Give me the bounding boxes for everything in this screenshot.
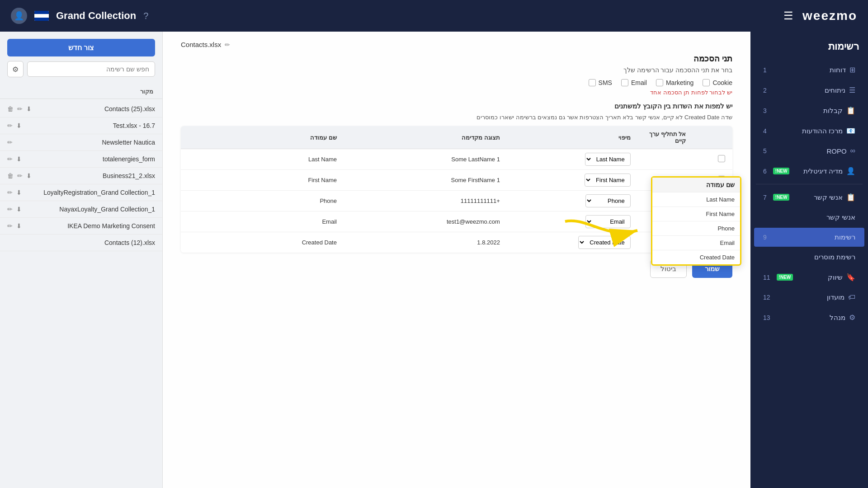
email-checkbox[interactable]	[621, 79, 628, 86]
edit-icon[interactable]: ✏	[7, 122, 13, 129]
row-checkbox[interactable]	[718, 155, 725, 162]
download-icon[interactable]: ⬇	[16, 122, 22, 129]
sidebar-item-lists[interactable]: רשימות 9	[754, 228, 864, 247]
edit-icon[interactable]: ✏	[17, 172, 23, 179]
file-name: Newsletter Nautica	[17, 139, 155, 146]
field-select[interactable]: Created Date	[578, 236, 631, 249]
preview-value: +11111111111	[344, 191, 507, 211]
sidebar-item-contacts[interactable]: אנשי קשר	[754, 208, 864, 227]
sidebar-item-removed-list[interactable]: רשימת מוסרים	[754, 248, 864, 267]
consent-warning: יש לבחור לפחות תן הסכמה אחד	[181, 89, 732, 96]
keep-existing-header: אל תחליף ערך קיים	[638, 126, 693, 149]
right-sidebar: רשימות ⊞ דוחות 1 ☰ ניתוחים 2 📋 קבלות 3 📧…	[750, 32, 868, 488]
file-name: Business21_2.xlsx	[36, 172, 155, 179]
sidebar-item-admin[interactable]: ⚙ מנהל 13	[754, 308, 864, 327]
sms-label: SMS	[599, 79, 612, 86]
right-sidebar-title: רשימות	[750, 37, 868, 60]
search-input[interactable]	[27, 61, 155, 77]
receipts-number: 3	[763, 107, 767, 114]
edit-icon[interactable]: ✏	[7, 189, 13, 196]
menu-icon[interactable]: ☰	[783, 9, 793, 22]
edit-filename-icon[interactable]: ✏	[225, 41, 230, 48]
list-item: 🗑 ✏ ⬇ Contacts (25).xlsx	[0, 101, 162, 117]
preview-value: test1@weezmo.com	[344, 211, 507, 232]
field-select[interactable]: First Name	[585, 174, 631, 187]
sidebar-top: צור חדש ⚙	[0, 32, 162, 84]
download-icon[interactable]: ⬇	[16, 222, 22, 230]
list-item: 🗑 ✏ ⬇ Business21_2.xlsx	[0, 168, 162, 184]
file-name: Test.xlsx - 16.7	[26, 122, 155, 129]
table-row: Created Date 1.8.2022 Created Date	[181, 232, 732, 253]
edit-icon[interactable]: ✏	[7, 206, 13, 213]
dialog-actions: שמור ביטול	[181, 260, 732, 278]
hb-row-firstname: First Name	[652, 207, 740, 221]
messages-label: מרכז ההודעות	[770, 127, 843, 135]
receipts-label: קבלות	[770, 107, 843, 115]
preview-value: 1.8.2022	[344, 232, 507, 253]
download-icon[interactable]: ⬇	[16, 155, 22, 163]
marketing-checkbox[interactable]	[656, 79, 663, 86]
delete-icon[interactable]: 🗑	[7, 105, 14, 113]
cookie-checkbox[interactable]	[703, 79, 710, 86]
messages-icon: 📧	[846, 127, 855, 135]
marketing-number: 11	[763, 274, 770, 281]
table-header: מקור	[0, 84, 162, 99]
sidebar-item-receipts[interactable]: 📋 קבלות 3	[754, 101, 864, 120]
reports-icon: ⊞	[849, 66, 855, 74]
field-select[interactable]: Email	[585, 215, 631, 228]
col-name-value: First Name	[181, 170, 344, 191]
lists-label: רשימות	[770, 233, 855, 241]
filter-button[interactable]: ⚙	[7, 61, 24, 77]
col-name-value: Email	[181, 211, 344, 232]
preview-value: Some LastName 1	[344, 149, 507, 170]
sidebar-item-analytics[interactable]: ☰ ניתוחים 2	[754, 80, 864, 100]
digital-media-label: מדיה דיגיטלית	[789, 167, 843, 175]
club-icon: 🏷	[848, 293, 855, 301]
sms-checkbox[interactable]	[589, 79, 596, 86]
field-select[interactable]: Phone	[585, 194, 631, 207]
file-name: NayaxLoyalty_Grand Collection_1	[26, 206, 155, 213]
club-label: מועדון	[774, 293, 844, 301]
download-icon[interactable]: ⬇	[16, 189, 22, 196]
user-avatar-icon[interactable]: 👤	[11, 8, 27, 24]
sidebar-item-digital-media[interactable]: 👤 מדיה דיגיטלית NEW! 6	[754, 161, 864, 181]
file-actions: ✏ ⬇	[7, 122, 22, 129]
contacts-new-icon: 📋	[846, 193, 855, 202]
field-select[interactable]: Last Name	[585, 153, 631, 166]
sidebar-item-reports[interactable]: ⊞ דוחות 1	[754, 60, 864, 80]
file-name: IKEA Demo Marketing Consent	[26, 222, 155, 230]
new-button[interactable]: צור חדש	[7, 39, 155, 56]
marketing-sidebar-icon: 🔖	[846, 273, 855, 282]
sidebar-item-club[interactable]: 🏷 מועדון 12	[754, 288, 864, 307]
admin-number: 13	[763, 314, 770, 321]
highlighted-box-header: שם עמודה	[652, 178, 740, 192]
list-item: ✏ ⬇ Test.xlsx - 16.7	[0, 117, 162, 134]
table-row: Email test1@weezmo.com Email	[181, 211, 732, 232]
receipts-icon: 📋	[846, 106, 855, 115]
download-icon[interactable]: ⬇	[26, 105, 32, 113]
reports-label: דוחות	[770, 66, 846, 74]
import-filename-row: ✏ Contacts.xlsx	[181, 41, 732, 48]
ropo-number: 5	[763, 147, 767, 155]
mapping-table: אל תחליף ערך קיים מיפוי תצוגה מקדימה שם …	[181, 126, 732, 253]
sidebar-item-messages[interactable]: 📧 מרכז ההודעות 4	[754, 121, 864, 141]
edit-icon[interactable]: ✏	[17, 105, 23, 113]
consent-marketing: Marketing	[656, 79, 693, 86]
edit-icon[interactable]: ✏	[7, 155, 13, 163]
flag-icon	[34, 11, 49, 21]
edit-icon[interactable]: ✏	[7, 139, 13, 146]
admin-icon: ⚙	[849, 313, 855, 322]
import-filename: Contacts.xlsx	[181, 41, 221, 48]
navbar-left: 👤 Grand Collection ?	[11, 8, 148, 24]
file-actions: ✏ ⬇	[7, 222, 22, 230]
help-icon[interactable]: ?	[143, 11, 148, 21]
list-item: ✏ Newsletter Nautica	[0, 134, 162, 151]
download-icon[interactable]: ⬇	[16, 206, 22, 213]
sidebar-item-ropo[interactable]: ∞ ROPO 5	[754, 141, 864, 160]
hb-row-email: Email	[652, 236, 740, 250]
sidebar-item-contacts-new[interactable]: 📋 אנשי קשר NEW! 7	[754, 188, 864, 207]
edit-icon[interactable]: ✏	[7, 222, 13, 230]
sidebar-item-marketing[interactable]: 🔖 שיווק NEW! 11	[754, 267, 864, 287]
delete-icon[interactable]: 🗑	[7, 172, 14, 179]
download-icon[interactable]: ⬇	[26, 172, 32, 179]
